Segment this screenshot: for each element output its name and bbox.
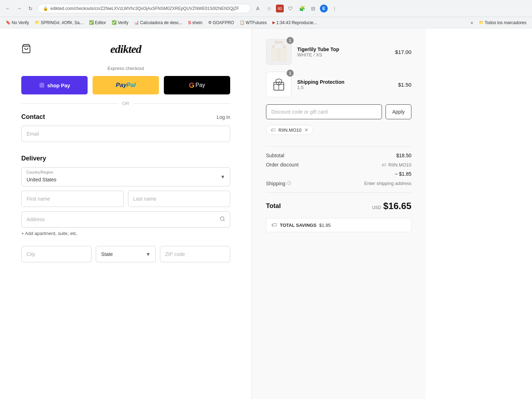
bookmark-video[interactable]: ▶1:34:43 Reproducie... (270, 20, 319, 26)
contact-title: Contact (21, 113, 45, 121)
discount-label: Order discount (266, 162, 299, 168)
applied-code-label: RIIN.MO10 (278, 127, 301, 133)
address-wrap (21, 211, 230, 228)
account-icon[interactable]: E (320, 5, 328, 12)
bookmark-calculadora[interactable]: 📊Calculadora de desc... (132, 20, 184, 26)
state-select[interactable]: State (96, 246, 155, 262)
city-field[interactable] (21, 246, 92, 262)
total-right: USD $16.65 (372, 201, 411, 212)
item-details-2: Shipping Protection 1.5 (297, 79, 392, 90)
shoppay-button[interactable]: shop Pay (21, 76, 88, 94)
back-button[interactable]: ← (4, 4, 12, 13)
discount-row: Order discount 🏷 RIIN.MO10 (266, 160, 411, 169)
cart-icon[interactable] (21, 44, 31, 55)
bookmark-verify[interactable]: ✅Verify (110, 20, 131, 26)
discount-code-value: RIIN.MO10 (388, 162, 411, 168)
add-apt-link[interactable]: + Add apartment, suite, etc. (21, 230, 230, 241)
bookmarks-more[interactable]: » (469, 20, 475, 26)
address-bar[interactable]: 🔒 edikted.com/checkouts/cn/Z2NwLXVzLWVhc… (38, 4, 250, 13)
summary-divider-2 (266, 192, 411, 193)
item-image-wrap-1: 1 (266, 39, 292, 65)
total-currency: USD (372, 205, 381, 210)
paypal-button[interactable]: PayPal (93, 76, 159, 94)
discount-section: Apply (266, 104, 411, 119)
item-image-wrap-2: 1 (266, 72, 292, 97)
shipping-info-icon[interactable]: ⓘ (287, 180, 291, 186)
delivery-section: Delivery Country/Region United States ▼ (21, 155, 230, 262)
gpay-button[interactable]: G Pay (164, 76, 230, 94)
bookmark-wtfutures[interactable]: 📋WTFutures (238, 20, 269, 26)
split-view-icon[interactable]: ⊟ (309, 4, 318, 13)
svg-marker-6 (283, 44, 287, 48)
item-price-2: $1.50 (398, 82, 411, 88)
country-label: Country/Region (26, 170, 53, 174)
shield-icon[interactable]: 🛡 (286, 4, 295, 13)
subtotal-value: $18.50 (396, 153, 411, 158)
bookmark-spring[interactable]: 📁SPRING#, #Off#, Sa... (33, 20, 85, 26)
discount-input[interactable] (266, 104, 382, 119)
svg-marker-5 (271, 44, 275, 48)
subtotal-row: Subtotal $18.50 (266, 151, 411, 160)
bookmarks-bar: 🔖No Verify 📁SPRING#, #Off#, Sa... ✅Edito… (0, 17, 532, 28)
browser-chrome: ← → ↻ 🔒 edikted.com/checkouts/cn/Z2NwLXV… (0, 0, 532, 17)
subtotal-label: Subtotal (266, 153, 284, 158)
total-row: Total USD $16.65 (266, 197, 411, 215)
login-link[interactable]: Log in (217, 114, 230, 120)
bookmark-star-icon[interactable]: ☆ (265, 4, 274, 13)
country-select-wrap: Country/Region United States ▼ (21, 167, 230, 186)
svg-line-3 (223, 220, 225, 221)
savings-icon: 🏷 (271, 222, 277, 228)
address-field[interactable] (21, 211, 230, 228)
extensions-icon[interactable]: 🧩 (297, 4, 306, 13)
contact-header: Contact Log in (21, 113, 230, 121)
order-item-1: 1 Tigerlily Tube Top WHITE / XS $17.00 (266, 39, 411, 65)
paypal-label: PayPal (116, 82, 136, 89)
svg-point-2 (220, 217, 224, 221)
refresh-button[interactable]: ↻ (26, 4, 35, 13)
total-label: Total (266, 202, 281, 210)
first-name-field[interactable] (21, 191, 124, 207)
savings-row: 🏷 TOTAL SAVINGS $1.85 (266, 218, 411, 232)
bookmark-no-verify[interactable]: 🔖No Verify (4, 20, 31, 26)
apply-button[interactable]: Apply (386, 104, 411, 119)
item-variant-2: 1.5 (297, 85, 392, 90)
order-item-2: 1 Shipping Protection 1.5 $1.50 (266, 72, 411, 97)
tag-icon: 🏷 (271, 127, 276, 133)
delivery-header: Delivery (21, 155, 230, 162)
address-search-icon (220, 216, 225, 223)
or-divider: OR (21, 101, 230, 106)
item-details-1: Tigerlily Tube Top WHITE / XS (297, 47, 389, 58)
express-checkout-label: Express checkout (21, 66, 230, 71)
email-field[interactable] (21, 126, 230, 142)
express-checkout-section: Express checkout shop Pay PayPal G (21, 66, 230, 106)
gpay-label: G Pay (189, 81, 205, 89)
summary-divider-1 (266, 146, 411, 147)
remove-code-button[interactable]: ✕ (304, 127, 309, 133)
savings-value: $1.85 (319, 223, 331, 228)
url-text: edikted.com/checkouts/cn/Z2NwLXVzLWVhc3Q… (50, 6, 239, 11)
svg-rect-4 (275, 41, 283, 44)
total-value: $16.65 (383, 201, 411, 212)
package-shield-icon (271, 77, 287, 92)
contact-section: Contact Log in (21, 113, 230, 146)
browser-icon-group: A ☆ 80 🛡 🧩 ⊟ E ⋮ (253, 4, 339, 13)
forward-button[interactable]: → (15, 4, 23, 13)
delivery-title: Delivery (21, 155, 46, 162)
last-name-field[interactable] (128, 191, 231, 207)
name-row (21, 191, 230, 207)
bookmark-todos[interactable]: 📁Todos los marcadores (477, 20, 528, 26)
right-panel: 1 Tigerlily Tube Top WHITE / XS $17.00 (252, 28, 426, 399)
more-menu-icon[interactable]: ⋮ (330, 4, 339, 13)
bookmark-goafpro[interactable]: ⚙GOAFPRO (206, 20, 236, 26)
city-state-row: State ▼ (21, 246, 230, 262)
discount-amount-value: − $1.85 (395, 171, 411, 177)
discount-code-inline: 🏷 RIIN.MO10 (382, 162, 411, 168)
left-panel: edikted Express checkout shop Pay PayPal (0, 28, 252, 399)
item-variant-1: WHITE / XS (297, 52, 389, 58)
extension-80-badge[interactable]: 80 (276, 5, 284, 12)
bookmark-shein[interactable]: Sshein (186, 19, 204, 26)
zip-field[interactable] (160, 246, 230, 262)
translate-icon[interactable]: A (253, 4, 262, 13)
item-price-1: $17.00 (395, 49, 411, 55)
bookmark-editor[interactable]: ✅Editor (87, 20, 108, 26)
